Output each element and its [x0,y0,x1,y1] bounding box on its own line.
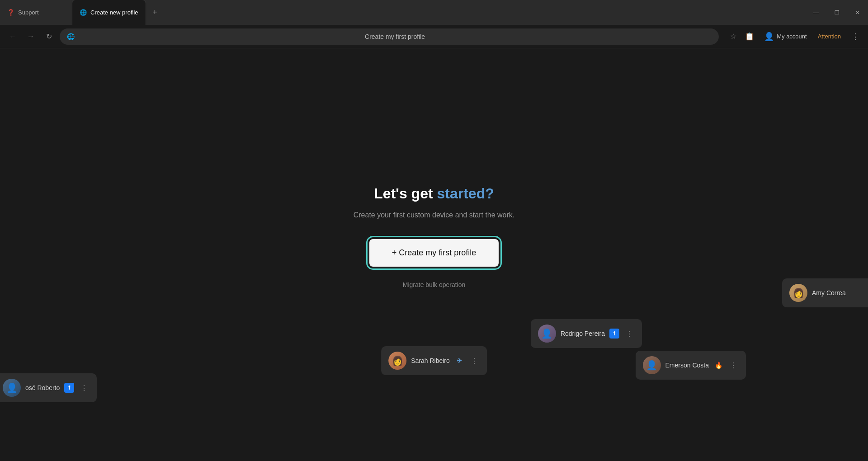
profile-card-emerson: 👤 Emerson Costa 🔥 ⋮ [636,351,746,380]
more-menu-sarah[interactable]: ⋮ [469,355,480,367]
hero-section: Let's get started? Create your first cus… [354,185,515,288]
profile-name-jose: osé Roberto [25,384,60,391]
main-content: Let's get started? Create your first cus… [0,48,868,461]
hero-subtitle: Create your first custom device and star… [354,211,515,219]
migrate-link[interactable]: Migrate bulk operation [403,281,466,288]
menu-button[interactable]: ⋮ [848,29,863,44]
add-tab-button[interactable]: + [146,0,164,25]
avatar-sarah: 👩 [388,352,406,370]
create-profile-button[interactable]: + Create my first profile [369,239,499,267]
tab-support-label: Support [18,9,39,16]
profile-card-jose: 👤 osé Roberto f ⋮ [0,373,97,402]
account-label: My account [777,33,807,40]
avatar-rodrigo: 👤 [538,325,556,343]
title-bar: ❓ Support 🌐 Create new profile + — ❐ ✕ [0,0,868,25]
refresh-button[interactable]: ↻ [42,29,56,44]
hero-title-accent: started? [437,185,494,202]
profile-card-amy: 👩 Amy Correa [782,278,868,307]
more-menu-jose[interactable]: ⋮ [79,382,90,394]
tab-create-profile-label: Create new profile [90,9,138,16]
hero-title: Let's get started? [374,185,494,202]
support-icon: ❓ [7,9,14,16]
send-badge-sarah: ✈ [454,356,464,366]
profile-card-sarah: 👩 Sarah Ribeiro ✈ ⋮ [381,346,487,375]
reading-list-button[interactable]: 📋 [742,29,757,44]
profile-card-rodrigo: 👤 Rodrigo Pereira f ⋮ [531,319,642,348]
forward-button[interactable]: → [24,29,38,44]
profile-name-amy: Amy Correa [812,289,865,296]
fb-badge-rodrigo: f [609,329,619,339]
tab-support[interactable]: ❓ Support [0,0,72,25]
fb-badge-jose: f [64,383,74,393]
account-area[interactable]: 👤 My account [760,30,810,43]
profile-name-sarah: Sarah Ribeiro [411,357,450,364]
address-bar: ← → ↻ 🌐 Create my first profile ☆ 📋 👤 My… [0,25,868,48]
minimize-button[interactable]: — [806,0,826,25]
title-bar-spacer [164,0,806,25]
hero-title-plain: Let's get [374,185,437,202]
avatar-jose: 👤 [3,379,21,397]
more-menu-rodrigo[interactable]: ⋮ [624,328,635,340]
address-text: Create my first profile [78,33,712,40]
bookmark-button[interactable]: ☆ [726,29,741,44]
maximize-button[interactable]: ❐ [826,0,847,25]
globe-icon: 🌐 [80,9,87,16]
avatar-emerson: 👤 [643,356,661,374]
address-actions: ☆ 📋 [726,29,757,44]
close-button[interactable]: ✕ [847,0,868,25]
window-controls: — ❐ ✕ [806,0,868,25]
account-icon: 👤 [764,32,774,42]
profile-name-rodrigo: Rodrigo Pereira [561,330,605,337]
tab-create-profile[interactable]: 🌐 Create new profile [72,0,146,25]
address-globe-icon: 🌐 [67,33,75,40]
fire-badge-emerson: 🔥 [713,360,723,370]
more-menu-emerson[interactable]: ⋮ [728,359,739,372]
create-profile-button-label: + Create my first profile [392,248,476,258]
profile-name-emerson: Emerson Costa [665,362,709,369]
address-input[interactable]: 🌐 Create my first profile [60,28,719,45]
attention-button[interactable]: Attention [814,31,844,42]
back-button[interactable]: ← [5,29,20,44]
avatar-amy: 👩 [789,284,807,302]
